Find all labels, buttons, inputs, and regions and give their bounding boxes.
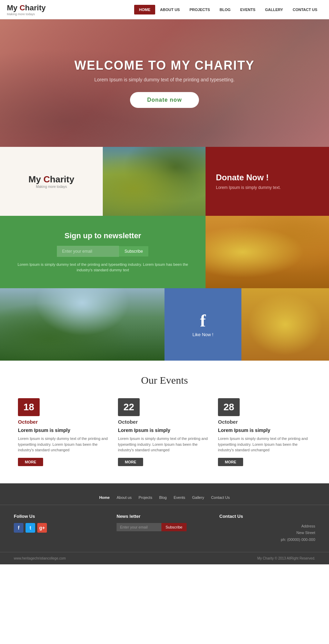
footer-bottom: www.heritagechristiancollege.com My Char…	[0, 552, 329, 564]
donate-now-button[interactable]: Donate now	[130, 92, 199, 108]
mid-image-inner	[103, 147, 206, 216]
newsletter-green-block: Sign up to newsletter Subscribe Lorem Ip…	[0, 216, 206, 288]
photo-section: f Like Now !	[0, 288, 329, 361]
mid-moss-image	[103, 147, 206, 216]
footer-contact-title: Contact Us	[219, 514, 315, 519]
navbar: My Charity Making more todays HOME ABOUT…	[0, 0, 329, 19]
footer-main: Follow Us f t g+ News letter Subscribe C…	[0, 505, 329, 552]
autumn-image	[206, 216, 329, 288]
hero-section: WELCOME TO MY CHARITY Lorem Ipsum is sim…	[0, 19, 329, 147]
social-icons: f t g+	[14, 523, 110, 533]
nav-links: HOME ABOUT US PROJECTS BLOG EVENTS GALLE…	[134, 5, 322, 14]
logo-tagline: Making more todays	[7, 12, 134, 16]
event-day-3: 28	[223, 402, 234, 413]
footer-follow-col: Follow Us f t g+	[14, 514, 110, 543]
event-month-2: October	[118, 419, 211, 425]
nav-contact[interactable]: CONTACT US	[288, 5, 322, 14]
footer-nav-contact[interactable]: Contact Us	[211, 495, 230, 500]
footer-newsletter-button[interactable]: Subscribe	[161, 523, 187, 531]
events-section: Our Events 18 October Lorem Ipsum is sim…	[0, 361, 329, 483]
autumn2-image	[241, 288, 329, 361]
nav-home[interactable]: HOME	[134, 5, 155, 14]
newsletter-title: Sign up to newsletter	[64, 231, 141, 240]
event-card-2: 22 October Lorem Ipsum is simply Lorem I…	[118, 398, 211, 466]
newsletter-section: Sign up to newsletter Subscribe Lorem Ip…	[0, 216, 329, 288]
footer-newsletter-title: News letter	[117, 514, 212, 519]
mid-donate-block: Donate Now ! Lorem Ipsum is simply dummy…	[206, 147, 329, 216]
footer-nav-events[interactable]: Events	[173, 495, 185, 500]
newsletter-body: Lorem Ipsum is simply dummy text of the …	[10, 262, 195, 273]
mid-logo-block: My Charity Making more todays	[0, 147, 103, 216]
nav-about[interactable]: ABOUT US	[155, 5, 185, 14]
event-title-1: Lorem Ipsum is simply	[18, 427, 111, 433]
googleplus-social-icon[interactable]: g+	[37, 523, 47, 533]
logo: My Charity Making more todays	[7, 3, 134, 16]
event-body-3: Lorem Ipsum is simply dummy text of the …	[218, 436, 311, 453]
footer-newsletter-input[interactable]	[117, 523, 161, 531]
footer-newsletter-col: News letter Subscribe	[117, 514, 212, 543]
mid-logo-tagline: Making more todays	[36, 185, 67, 189]
footer-copyright: My Charity © 2013 AllRight Reserved.	[257, 556, 315, 560]
twitter-social-icon[interactable]: t	[26, 523, 35, 533]
events-title: Our Events	[10, 374, 319, 386]
autumn-inner	[206, 216, 329, 288]
facebook-social-icon[interactable]: f	[14, 523, 23, 533]
event-title-3: Lorem Ipsum is simply	[218, 427, 311, 433]
nav-events[interactable]: EVENTS	[236, 5, 260, 14]
autumn2-inner	[241, 288, 329, 361]
hero-content: WELCOME TO MY CHARITY Lorem Ipsum is sim…	[74, 58, 255, 108]
facebook-label: Like Now !	[192, 332, 213, 337]
footer-nav-projects[interactable]: Projects	[139, 495, 152, 500]
event-more-button-3[interactable]: MORE	[218, 458, 243, 466]
event-month-3: October	[218, 419, 311, 425]
event-more-button-1[interactable]: MORE	[18, 458, 43, 466]
event-body-1: Lorem Ipsum is simply dummy text of the …	[18, 436, 111, 453]
footer-follow-title: Follow Us	[14, 514, 110, 519]
footer: Home About us Projects Blog Events Galle…	[0, 483, 329, 564]
event-day-1: 18	[23, 402, 34, 413]
event-month-1: October	[18, 419, 111, 425]
newsletter-email-input[interactable]	[57, 246, 119, 257]
newsletter-form: Subscribe	[57, 246, 149, 257]
footer-nav-about[interactable]: About us	[117, 495, 131, 500]
facebook-box[interactable]: f Like Now !	[164, 288, 241, 361]
event-day-2: 22	[123, 402, 134, 413]
footer-contact-address: AddressNew Streetph: (00000) 000-000	[219, 523, 315, 543]
facebook-icon: f	[200, 312, 206, 329]
mid-section: My Charity Making more todays Donate Now…	[0, 147, 329, 216]
nav-blog[interactable]: BLOG	[215, 5, 236, 14]
footer-nav-home[interactable]: Home	[99, 495, 110, 500]
mid-donate-subtitle: Lorem Ipsum is simply dummy text.	[216, 185, 319, 190]
mid-donate-title: Donate Now !	[216, 173, 319, 182]
event-card-3: 28 October Lorem Ipsum is simply Lorem I…	[218, 398, 311, 466]
grass-image	[0, 288, 164, 361]
footer-nav-gallery[interactable]: Gallery	[192, 495, 204, 500]
events-grid: 18 October Lorem Ipsum is simply Lorem I…	[10, 398, 319, 466]
footer-nav-blog[interactable]: Blog	[159, 495, 167, 500]
event-more-button-2[interactable]: MORE	[118, 458, 143, 466]
hero-title: WELCOME TO MY CHARITY	[74, 58, 255, 73]
footer-domain: www.heritagechristiancollege.com	[14, 556, 66, 560]
footer-newsletter-form: Subscribe	[117, 523, 212, 531]
nav-projects[interactable]: PROJECTS	[185, 5, 215, 14]
event-card-1: 18 October Lorem Ipsum is simply Lorem I…	[18, 398, 111, 466]
event-date-box-1: 18	[18, 398, 40, 416]
nav-gallery[interactable]: GALLERY	[260, 5, 288, 14]
hero-subtitle: Lorem Ipsum is simply dummy text of the …	[74, 77, 255, 82]
event-title-2: Lorem Ipsum is simply	[118, 427, 211, 433]
event-date-box-3: 28	[218, 398, 240, 416]
grass-inner	[0, 288, 164, 361]
footer-nav: Home About us Projects Blog Events Galle…	[0, 490, 329, 505]
newsletter-subscribe-button[interactable]: Subscribe	[119, 246, 149, 257]
event-date-box-2: 22	[118, 398, 140, 416]
mid-logo-text: My Charity	[29, 174, 74, 185]
footer-contact-col: Contact Us AddressNew Streetph: (00000) …	[219, 514, 315, 543]
event-body-2: Lorem Ipsum is simply dummy text of the …	[118, 436, 211, 453]
